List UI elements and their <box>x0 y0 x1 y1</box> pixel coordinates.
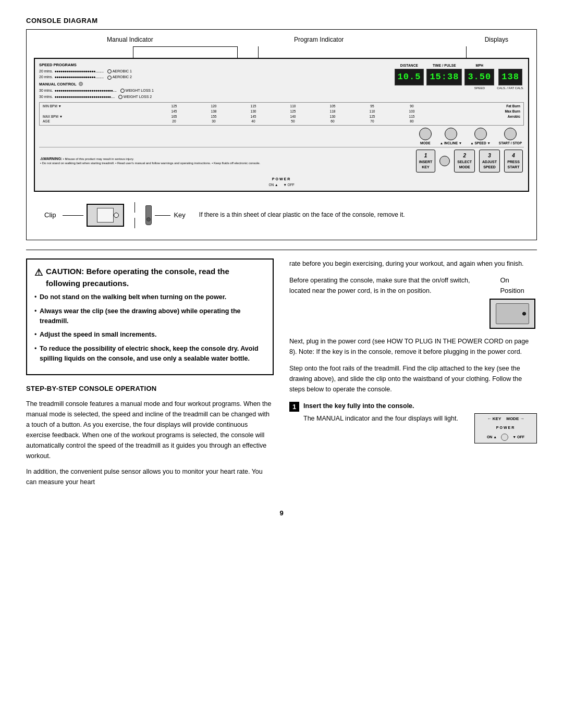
on-position-image <box>489 299 535 329</box>
caution-item-2: Always wear the clip (see the drawing ab… <box>34 306 265 326</box>
start-stop-button[interactable] <box>504 128 517 140</box>
cals-screen: 138 <box>498 69 522 85</box>
caution-box: ⚠ CAUTION: Before operating the console,… <box>26 258 274 375</box>
main-content: ⚠ CAUTION: Before operating the console,… <box>26 258 537 492</box>
on-position-side: OnPosition <box>487 275 537 329</box>
caution-icon: ⚠ <box>34 266 43 280</box>
clip-note: If there is a thin sheet of clear plasti… <box>199 210 519 220</box>
step-section-body2: In addition, the convenient pulse sensor… <box>26 466 274 487</box>
step-1: 1 Insert the key fully into the console.… <box>289 401 537 443</box>
power-label: POWER <box>39 177 524 182</box>
key-2[interactable]: 2SELECTMODE <box>454 150 475 172</box>
step-section-title: STEP-BY-STEP CONSOLE OPERATION <box>26 384 274 394</box>
divider <box>26 250 537 250</box>
step-1-body: The MANUAL indicator and the four displa… <box>303 413 468 424</box>
left-column: ⚠ CAUTION: Before operating the console,… <box>26 258 274 492</box>
prog-row-4: 30 mins. ●●●●●●●●●●●●●●●●●●●●●●●●●●●●●..… <box>39 94 390 100</box>
console-panel: SPEED PROGRAMS 20 mins. ●●●●●●●●●●●●●●●●… <box>34 58 529 192</box>
incline-button[interactable] <box>445 128 457 140</box>
caution-title-text: CAUTION: <box>46 267 84 276</box>
step-section-body1: The treadmill console features a manual … <box>26 399 274 461</box>
key-1[interactable]: 1INSERTKEY <box>416 150 436 172</box>
off-label: ▼ OFF <box>283 182 294 188</box>
manual-indicator-label: Manual Indicator <box>107 35 153 44</box>
key-drawing <box>145 205 152 225</box>
key-4[interactable]: 4PRESSSTART <box>504 150 523 172</box>
displays-label: Displays <box>485 35 508 44</box>
prog-row-3: 30 mins. ●●●●●●●●●●●●●●●●●●●●●●●●●●●●●●.… <box>39 88 390 94</box>
mode-button[interactable] <box>419 128 432 140</box>
console-diagram-section: CONSOLE DIAGRAM Manual Indicator Program… <box>26 16 537 250</box>
prog-row-1: 20 mins. ●●●●●●●●●●●●●●●●●●●●●..........… <box>39 69 390 75</box>
start-stop-label: START / STOP <box>499 141 522 146</box>
distance-display: DISTANCE 10.5 <box>395 63 424 85</box>
right-para4: Step onto the foot rails of the treadmil… <box>289 363 537 394</box>
warning-section: ⚠WARNING: • Misuse of this product may r… <box>40 156 412 166</box>
warning-icon: ⚠WARNING: <box>40 157 62 161</box>
indicator-labels-row: Manual Indicator Program Indicator Displ… <box>34 35 529 44</box>
clip-drawing <box>87 204 124 227</box>
on-position-label: OnPosition <box>500 275 524 295</box>
time-screen: 15:38 <box>426 69 462 85</box>
speed-programs-label: SPEED PROGRAMS <box>39 62 77 68</box>
bpm-section: MIN BPM ▼ 125 120 115 110 105 95 90 Fat … <box>39 102 524 126</box>
right-para3: Next, plug in the power cord (see HOW TO… <box>289 336 537 357</box>
caution-title: ⚠ CAUTION: Before operating the console,… <box>34 266 265 289</box>
speed-button[interactable] <box>474 128 487 140</box>
weight-loss2-label: WEIGHT LOSS 2 <box>124 94 152 100</box>
cals-display: 138 CALS. / FAT CALS. <box>497 63 524 91</box>
caution-list: Do not stand on the walking belt when tu… <box>34 292 265 364</box>
aerobic2-label: AEROBIC 2 <box>113 75 132 80</box>
key-3[interactable]: 3ADJUSTSPEED <box>479 150 500 172</box>
page-number: 9 <box>26 508 537 519</box>
circle-btn-1[interactable] <box>439 156 450 166</box>
on-position-block: Before operating the console, make sure … <box>289 275 537 329</box>
caution-item-4: To reduce the possibility of electric sh… <box>34 344 265 364</box>
power-section: POWER ON ▲ ▼ OFF <box>39 177 524 188</box>
caution-item-1: Do not stand on the walking belt when tu… <box>34 292 265 302</box>
on-label: ON ▲ <box>268 182 278 188</box>
mode-btn-group: MODE <box>419 128 432 146</box>
speed-btn-group: ▲ SPEED ▼ <box>470 128 491 146</box>
step-1-badge: 1 <box>289 402 299 412</box>
time-pulse-display: TIME / PULSE 15:38 <box>426 63 462 85</box>
speed-screen: 3.50 <box>464 69 494 85</box>
before-operating-para: Before operating the console, make sure … <box>289 275 480 296</box>
program-indicator-label: Program Indicator <box>294 35 344 44</box>
key-label: Key <box>174 210 185 220</box>
step-1-heading: Insert the key fully into the console. <box>303 401 537 411</box>
right-column: rate before you begin exercising, during… <box>289 258 537 492</box>
prog-row-2: 20 mins. ●●●●●●●●●●●●●●●●●●●●●..........… <box>39 75 390 80</box>
incline-btn-group: ▲ INCLINE ▼ <box>440 128 462 146</box>
diagram-area: Manual Indicator Program Indicator Displ… <box>26 29 537 241</box>
aerobic1-label: AEROBIC 1 <box>113 69 132 75</box>
clip-label: Clip <box>44 210 56 220</box>
right-para1: rate before you begin exercising, during… <box>289 258 537 269</box>
arrow-lines <box>34 46 529 58</box>
section-title: CONSOLE DIAGRAM <box>26 16 537 26</box>
manual-control-label: MANUAL CONTROL <box>39 81 77 87</box>
weight-loss1-label: WEIGHT LOSS 1 <box>126 88 154 94</box>
speed-display: MPH 3.50 SPEED <box>464 63 494 91</box>
warning-text: • Misuse of this product may result in s… <box>40 157 260 165</box>
insert-key-image: ← KEY MODE → POWER ON ▲ ▼ OFF <box>474 413 537 443</box>
distance-screen: 10.5 <box>395 69 424 85</box>
start-stop-btn-group: START / STOP <box>499 128 522 146</box>
clip-key-area: Clip Ke <box>34 194 529 232</box>
caution-item-3: Adjust the speed in small increments. <box>34 330 265 340</box>
